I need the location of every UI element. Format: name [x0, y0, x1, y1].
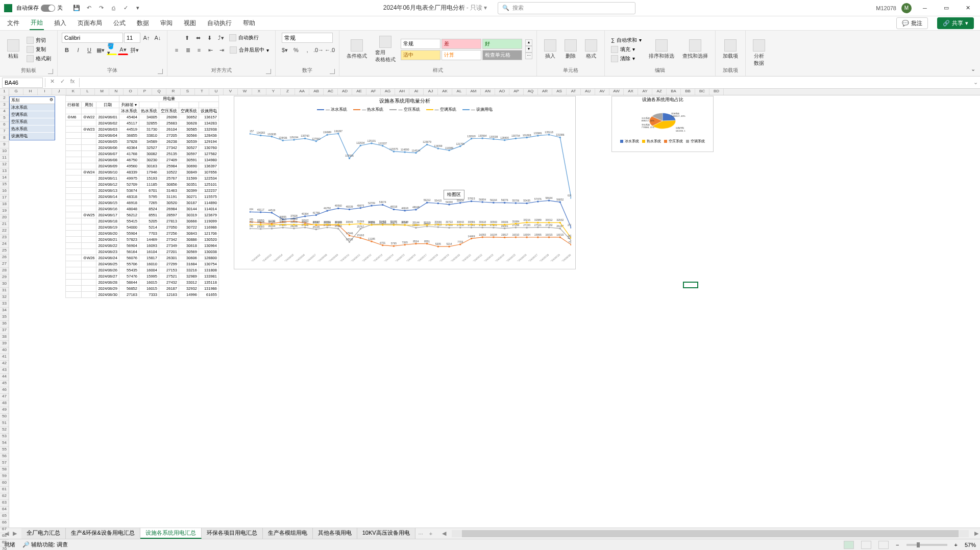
row-header[interactable]: 17 — [0, 195, 9, 202]
tab-review[interactable]: 审阅 — [159, 17, 174, 30]
tab-view[interactable]: 视图 — [183, 17, 197, 30]
font-color-button[interactable]: A▾ — [118, 45, 128, 55]
column-header[interactable]: X — [252, 89, 266, 95]
row-header[interactable]: 33 — [0, 301, 9, 308]
expand-fbar-button[interactable]: ⌄ — [971, 79, 980, 86]
align-bottom-button[interactable]: ⬇ — [205, 33, 215, 43]
number-format-combo[interactable]: 常规 — [282, 33, 333, 43]
border-button[interactable]: ▦▾ — [95, 45, 106, 55]
row-header[interactable]: 9 — [0, 142, 9, 148]
decrease-decimal-button[interactable]: ←.0 — [325, 45, 335, 55]
sheet-tab[interactable]: 全厂电力汇总 — [21, 528, 66, 539]
column-header[interactable]: AM — [467, 89, 481, 95]
fill-button[interactable]: 填充▾ — [609, 45, 644, 54]
sheet-tab[interactable]: 设施各系统用电汇总 — [140, 528, 202, 539]
user-name[interactable]: M12078 — [876, 5, 896, 11]
analyze-data-button[interactable]: 分析 数据 — [750, 38, 768, 68]
page-break-view-button[interactable] — [878, 541, 889, 549]
style-cell[interactable]: 常规 — [401, 39, 440, 49]
row-header[interactable]: 28 — [0, 268, 9, 274]
zoom-level[interactable]: 57% — [965, 542, 976, 548]
style-cell[interactable]: 计算 — [442, 50, 481, 60]
column-header[interactable]: AU — [581, 89, 595, 95]
row-header[interactable]: 36 — [0, 321, 9, 328]
row-header[interactable]: 25 — [0, 248, 9, 255]
row-header[interactable]: 40 — [0, 347, 9, 354]
row-header[interactable]: 41 — [0, 354, 9, 361]
fill-color-button[interactable]: 🪣▾ — [107, 45, 117, 55]
row-header[interactable]: 16 — [0, 188, 9, 195]
tab-automate[interactable]: 自动执行 — [206, 17, 233, 30]
normal-view-button[interactable] — [844, 541, 854, 549]
tab-insert[interactable]: 插入 — [53, 17, 67, 30]
row-header[interactable]: 43 — [0, 367, 9, 374]
formula-input[interactable] — [80, 78, 971, 88]
orientation-button[interactable]: ⤴▾ — [216, 33, 226, 43]
tab-pagelayout[interactable]: 页面布局 — [77, 17, 103, 30]
search-input[interactable]: 🔍 搜索 — [498, 2, 635, 14]
qat-customize-icon[interactable]: ▾ — [133, 4, 142, 13]
sheet-tab[interactable]: 其他各项用电 — [313, 528, 357, 539]
tab-data[interactable]: 数据 — [136, 17, 150, 30]
row-header[interactable]: 49 — [0, 407, 9, 414]
addins-button[interactable]: 加载项 — [720, 38, 741, 61]
dialog-launcher-icon[interactable] — [330, 69, 335, 74]
slicer-item[interactable]: 冰水系统 — [10, 104, 55, 111]
row-header[interactable]: 31 — [0, 288, 9, 294]
close-button[interactable]: ✕ — [960, 2, 976, 14]
column-header[interactable]: G — [9, 89, 23, 95]
pie-chart[interactable]: 设施各系统用电占比 冰水系统898217, 24%空调系统1468517, 40… — [611, 96, 714, 152]
column-header[interactable]: Y — [266, 89, 281, 95]
column-header[interactable]: Q — [152, 89, 166, 95]
column-header[interactable]: O — [124, 89, 138, 95]
save-button[interactable]: 💾 — [72, 4, 81, 13]
enter-fx-button[interactable]: ✓ — [58, 78, 67, 87]
align-top-button[interactable]: ⬆ — [182, 33, 192, 43]
slicer-item[interactable]: 热水系统 — [10, 126, 55, 133]
row-header[interactable]: 27 — [0, 261, 9, 268]
zoom-out-button[interactable]: − — [896, 542, 899, 548]
row-header[interactable]: 22 — [0, 228, 9, 235]
minimize-button[interactable]: ─ — [917, 2, 933, 14]
table-format-button[interactable]: 套用 表格格式 — [372, 35, 399, 64]
slicer-filter-icon[interactable]: ⚙ — [50, 97, 53, 103]
row-header[interactable]: 58 — [0, 467, 9, 473]
hscroll-left-button[interactable]: ◀ — [440, 530, 448, 537]
row-header[interactable]: 14 — [0, 175, 9, 182]
column-header[interactable]: I — [38, 89, 52, 95]
align-center-button[interactable]: ≣ — [183, 45, 193, 55]
style-cell[interactable]: 差 — [442, 39, 481, 49]
gallery-more-icon[interactable]: ⋯ — [525, 53, 532, 59]
column-header[interactable]: AF — [366, 89, 381, 95]
column-header[interactable]: U — [209, 89, 224, 95]
toggle-switch-icon[interactable] — [41, 5, 55, 12]
line-chart[interactable]: 设施各系统用电量分析 — 冰水系统— 热水系统— 空压系统— 空调系统— 设施用… — [234, 96, 576, 269]
restore-button[interactable]: ▭ — [938, 2, 954, 14]
zoom-in-button[interactable]: + — [954, 542, 958, 548]
slicer-item[interactable]: 空压系统 — [10, 118, 55, 126]
column-header[interactable]: BB — [681, 89, 695, 95]
clear-button[interactable]: 清除▾ — [609, 55, 644, 63]
tab-formulas[interactable]: 公式 — [112, 17, 127, 30]
align-left-button[interactable]: ≡ — [172, 45, 182, 55]
row-header[interactable]: 32 — [0, 294, 9, 301]
slicer-item[interactable]: 空调系统 — [10, 111, 55, 118]
column-header[interactable]: AL — [452, 89, 467, 95]
fx-button[interactable]: fx — [68, 78, 77, 87]
row-header[interactable]: 53 — [0, 434, 9, 440]
row-header[interactable]: 59 — [0, 473, 9, 480]
status-accessibility[interactable]: 🔎 辅助功能: 调查 — [22, 541, 68, 548]
insert-cell-button[interactable]: 插入 — [541, 38, 559, 61]
row-header[interactable]: 1 — [0, 89, 9, 95]
bold-button[interactable]: B — [62, 45, 72, 55]
row-header[interactable]: 35 — [0, 314, 9, 321]
gallery-down-icon[interactable]: ▾ — [525, 46, 532, 53]
delete-cell-button[interactable]: 删除 — [561, 38, 580, 61]
column-header[interactable]: N — [109, 89, 124, 95]
row-header[interactable]: 65 — [0, 513, 9, 520]
pivot-table[interactable]: 用电量行标签周别日期列标签 ▾冰水系统热水系统空压系统空调系统设施用电⊖M6⊖W… — [65, 95, 219, 298]
phonetic-button[interactable]: 拼▾ — [129, 45, 139, 55]
comma-button[interactable]: , — [302, 45, 312, 55]
column-headers[interactable]: GHIJKLMNOPQRSTUVWXYZAAABACADAEAFAGAHAIAJ… — [9, 89, 980, 95]
style-cell[interactable]: 适中 — [401, 50, 440, 60]
